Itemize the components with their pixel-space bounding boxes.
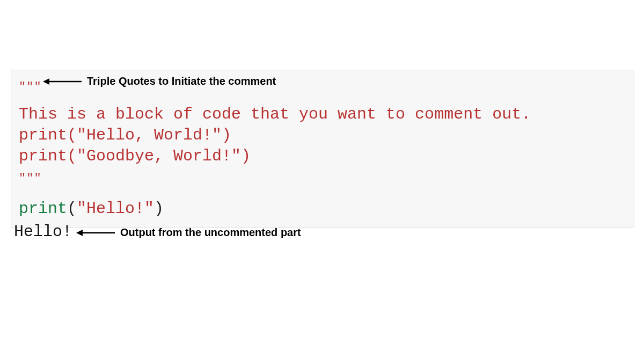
open-paren: ( — [67, 200, 77, 218]
annotation-top-label: Triple Quotes to Initiate the comment — [87, 75, 276, 87]
triple-quote-open: """ — [19, 80, 42, 94]
annotation-top: Triple Quotes to Initiate the comment — [43, 75, 276, 87]
close-paren: ) — [154, 200, 164, 218]
close-triple-quote: """ — [19, 167, 626, 188]
docstring-line-3: print("Goodbye, World!") — [19, 146, 626, 167]
executable-line: print("Hello!") — [19, 199, 626, 219]
svg-marker-1 — [43, 78, 49, 85]
docstring-line-1: This is a block of code that you want to… — [19, 104, 626, 125]
code-block: """ This is a block of code that you wan… — [11, 70, 634, 227]
arrow-left-icon — [43, 77, 82, 86]
string-literal: "Hello!" — [77, 200, 154, 218]
svg-marker-3 — [76, 230, 83, 236]
output-text: Hello! — [14, 223, 72, 241]
docstring-line-2: print("Hello, World!") — [19, 125, 626, 146]
annotation-bottom: Output from the uncommented part — [76, 226, 301, 239]
arrow-left-icon — [76, 229, 115, 237]
annotation-bottom-label: Output from the uncommented part — [120, 226, 301, 239]
print-keyword: print — [19, 200, 67, 218]
triple-quote-close: """ — [19, 172, 42, 185]
